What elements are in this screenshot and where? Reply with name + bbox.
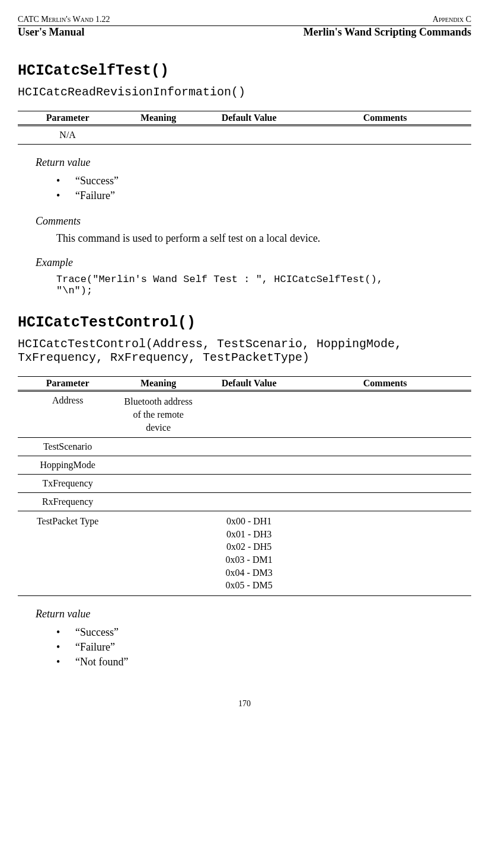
table-cell [199, 438, 299, 456]
table-cell [299, 438, 471, 456]
table-header-cell: Meaning [117, 377, 199, 391]
table-row: TestPacket Type 0x00 - DH1 0x01 - DH3 0x… [18, 511, 471, 596]
table-cell [117, 438, 199, 456]
table-header-cell: Parameter [18, 377, 117, 391]
function-heading: HCICatcSelfTest() [18, 62, 471, 79]
table-header-cell: Default Value [199, 111, 299, 126]
page-header-top: CATC Merlin's Wand 1.22 Appendix C [18, 15, 471, 26]
table-row: N/A [18, 126, 471, 145]
table-cell: TxFrequency [18, 475, 117, 493]
return-value-list: “Success” “Failure” “Not found” [56, 625, 471, 670]
return-value-label: Return value [36, 156, 471, 169]
table-row: Address Bluetooth address of the remote … [18, 391, 471, 438]
table-cell [117, 511, 199, 596]
function-signature: HCICatcReadRevisionInformation() [18, 85, 471, 99]
list-item: “Success” [56, 174, 471, 188]
table-header-cell: Meaning [117, 111, 199, 126]
list-item: “Failure” [56, 640, 471, 655]
list-item: “Not found” [56, 655, 471, 670]
return-value-label: Return value [36, 608, 471, 620]
comments-text: This command is used to perform a self t… [56, 232, 471, 245]
table-cell [199, 126, 299, 145]
comments-label: Comments [36, 215, 471, 228]
parameter-table: Parameter Meaning Default Value Comments… [18, 111, 471, 145]
table-cell: N/A [18, 126, 117, 145]
table-header-cell: Default Value [199, 377, 299, 391]
table-row: RxFrequency [18, 493, 471, 511]
table-cell [299, 475, 471, 493]
page-number: 170 [18, 699, 471, 709]
table-cell: HoppingMode [18, 456, 117, 475]
list-item: “Success” [56, 625, 471, 640]
function-signature: HCICatcTestControl(Address, TestScenario… [18, 337, 471, 364]
table-header-cell: Comments [299, 377, 471, 391]
table-row: TxFrequency [18, 475, 471, 493]
header-top-left: CATC Merlin's Wand 1.22 [18, 15, 110, 24]
example-label: Example [36, 257, 471, 269]
table-cell [117, 475, 199, 493]
header-sub-right: Merlin's Wand Scripting Commands [303, 26, 471, 39]
table-cell [299, 493, 471, 511]
table-cell: TestScenario [18, 438, 117, 456]
table-cell [199, 475, 299, 493]
table-cell [299, 511, 471, 596]
table-header-cell: Comments [299, 111, 471, 126]
table-cell: Bluetooth address of the remote device [117, 391, 199, 438]
table-cell [117, 493, 199, 511]
table-cell [117, 126, 199, 145]
table-cell: RxFrequency [18, 493, 117, 511]
page-header-sub: User's Manual Merlin's Wand Scripting Co… [18, 26, 471, 39]
table-cell [199, 391, 299, 438]
table-cell [199, 493, 299, 511]
table-cell [299, 126, 471, 145]
table-header-cell: Parameter [18, 111, 117, 126]
table-cell [299, 456, 471, 475]
table-cell [199, 456, 299, 475]
table-cell: Address [18, 391, 117, 438]
table-row: TestScenario [18, 438, 471, 456]
list-item: “Failure” [56, 188, 471, 203]
parameter-table: Parameter Meaning Default Value Comments… [18, 376, 471, 595]
function-heading: HCICatcTestControl() [18, 314, 471, 331]
example-code: Trace("Merlin's Wand Self Test : ", HCIC… [56, 274, 471, 296]
table-row: HoppingMode [18, 456, 471, 475]
header-sub-left: User's Manual [18, 26, 85, 39]
table-cell [117, 456, 199, 475]
table-cell: 0x00 - DH1 0x01 - DH3 0x02 - DH5 0x03 - … [199, 511, 299, 596]
table-cell [299, 391, 471, 438]
return-value-list: “Success” “Failure” [56, 174, 471, 203]
header-top-right: Appendix C [433, 15, 471, 24]
table-cell: TestPacket Type [18, 511, 117, 596]
